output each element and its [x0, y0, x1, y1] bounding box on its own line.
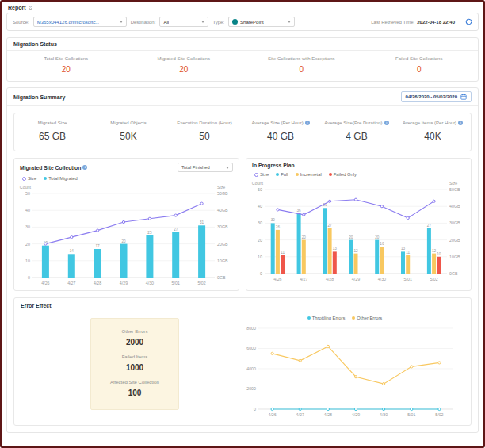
report-info-icon[interactable]	[29, 6, 33, 10]
svg-text:14: 14	[70, 249, 74, 253]
report-title-row: Report	[2, 2, 483, 13]
status-stat-value: 20	[7, 65, 125, 74]
dot-icon	[329, 173, 332, 176]
summary-metric-value: 50	[166, 131, 242, 142]
svg-text:20: 20	[375, 235, 380, 239]
svg-text:2000: 2000	[246, 386, 256, 391]
error-stat-label: Other Errors	[94, 329, 175, 334]
svg-text:4/27: 4/27	[296, 412, 304, 417]
legend-label: Throttling Errors	[312, 316, 346, 320]
svg-text:4/27: 4/27	[300, 277, 307, 281]
legend-item[interactable]: Other Errors	[352, 316, 382, 320]
error-effect-panel: Error Effect Other Errors2000Failed Item…	[13, 297, 472, 426]
svg-text:4/26: 4/26	[268, 412, 276, 417]
svg-text:4/29: 4/29	[352, 412, 360, 417]
legend-item[interactable]: Throttling Errors	[307, 316, 346, 320]
status-stat: Site Collections with Exceptions0	[242, 56, 361, 74]
legend-label: Other Errors	[357, 316, 382, 320]
inprogress-chart-title-wrap: In Progress Plan	[252, 163, 295, 168]
migration-summary-panel: Migration Summary 04/26/2020 - 05/02/202…	[6, 87, 479, 433]
dot-icon	[276, 173, 279, 176]
svg-text:30GB: 30GB	[217, 224, 228, 229]
legend-item[interactable]: Full	[276, 172, 288, 177]
summary-metric: Average Size (Per Hour)40 GB	[242, 121, 319, 142]
svg-text:11: 11	[281, 251, 285, 255]
error-effect-chart: 020004000600080004/264/274/284/294/305/0…	[236, 322, 461, 419]
svg-text:10: 10	[437, 252, 441, 256]
inprogress-chart-header: In Progress Plan	[246, 159, 471, 170]
dot-icon	[307, 316, 311, 320]
info-icon[interactable]	[384, 121, 389, 125]
svg-text:5/02: 5/02	[430, 277, 437, 281]
svg-text:40: 40	[25, 208, 30, 213]
svg-text:12: 12	[432, 249, 437, 253]
source-select[interactable]: M365x044126.onmicrosoftc...	[33, 17, 127, 27]
svg-text:4000: 4000	[246, 366, 256, 371]
sharepoint-icon	[232, 19, 238, 25]
svg-text:27: 27	[174, 228, 178, 232]
svg-text:4/30: 4/30	[378, 277, 386, 281]
status-stat: Migrated Site Collections20	[125, 56, 243, 74]
svg-text:12: 12	[353, 249, 358, 253]
summary-metrics: Migrated Size65 GBMigrated Objects50KExe…	[13, 113, 472, 151]
summary-metric: Migrated Objects50K	[90, 121, 166, 142]
status-stat-value: 20	[125, 65, 243, 74]
migration-status-panel: Migration Status Total Site Collections2…	[6, 37, 479, 82]
svg-text:20GB: 20GB	[217, 242, 228, 247]
error-effect-body: Other Errors2000Failed Items1000Affected…	[14, 312, 471, 419]
summary-metric-label: Execution Duration (Hour)	[166, 121, 242, 125]
migrated-chart-title-wrap: Migrated Site Collection	[20, 165, 87, 170]
legend-label: Size	[28, 176, 36, 181]
ring-icon	[254, 173, 258, 177]
migration-status-stats: Total Site Collections20Migrated Site Co…	[7, 51, 478, 81]
in-progress-plan-panel: In Progress Plan SizeFullIncremetalFaile…	[246, 158, 472, 291]
error-stat-label: Failed Items	[94, 354, 175, 359]
svg-text:0: 0	[260, 271, 262, 276]
svg-text:4/28: 4/28	[326, 277, 334, 281]
svg-text:4/29: 4/29	[352, 277, 360, 281]
svg-text:4/26: 4/26	[41, 281, 49, 285]
legend-item[interactable]: Total Migrated	[44, 176, 77, 181]
refresh-icon[interactable]	[465, 18, 472, 25]
legend-item[interactable]: Size	[254, 172, 269, 177]
svg-text:4/29: 4/29	[120, 281, 128, 285]
info-icon[interactable]	[458, 121, 463, 125]
chevron-down-icon	[201, 21, 204, 23]
summary-metric-label: Average Size(Pre Duration)	[319, 121, 395, 125]
svg-text:8000: 8000	[246, 326, 256, 331]
svg-text:10: 10	[25, 258, 30, 263]
calendar-icon	[460, 94, 467, 100]
legend-item[interactable]: Size	[22, 176, 36, 181]
svg-text:Count: Count	[20, 185, 32, 190]
svg-text:Size: Size	[217, 185, 225, 190]
svg-text:0GB: 0GB	[217, 275, 226, 280]
type-select[interactable]: SharePoint	[228, 17, 295, 27]
info-icon[interactable]	[82, 165, 87, 170]
destination-select[interactable]: All	[159, 17, 208, 27]
last-retrieved-label: Last Retrieved Time:	[371, 20, 414, 25]
date-range-value: 04/26/2020 - 05/02/2020	[406, 94, 457, 99]
source-value: M365x044126.onmicrosoftc...	[37, 20, 100, 25]
summary-metric-label: Average Items (Per Hour)	[395, 121, 471, 125]
summary-metric: Execution Duration (Hour)50	[166, 121, 242, 142]
status-stat-label: Site Collections with Exceptions	[242, 56, 361, 61]
svg-text:5/01: 5/01	[172, 281, 180, 285]
date-range-picker[interactable]: 04/26/2020 - 05/02/2020	[401, 91, 472, 102]
summary-metric: Average Items (Per Hour)40K	[395, 121, 471, 142]
status-stat: Total Site Collections20	[7, 56, 125, 74]
total-finished-dropdown[interactable]: Total Finished	[178, 163, 233, 172]
svg-text:50: 50	[258, 187, 262, 192]
status-stat: Failed Site Collections0	[361, 56, 479, 74]
svg-text:4/30: 4/30	[380, 412, 388, 417]
legend-item[interactable]: Incremetal	[296, 172, 322, 177]
legend-item[interactable]: Failed Only	[329, 172, 357, 177]
total-finished-value: Total Finished	[181, 165, 210, 170]
type-label: Type:	[212, 20, 224, 25]
svg-text:27: 27	[427, 224, 432, 228]
svg-text:5/02: 5/02	[197, 281, 205, 285]
svg-text:50GB: 50GB	[449, 187, 460, 192]
summary-metric-value: 4 GB	[319, 131, 395, 142]
info-icon[interactable]	[305, 121, 310, 125]
summary-metric-value: 40 GB	[242, 131, 319, 142]
summary-metric-value: 40K	[395, 131, 471, 142]
